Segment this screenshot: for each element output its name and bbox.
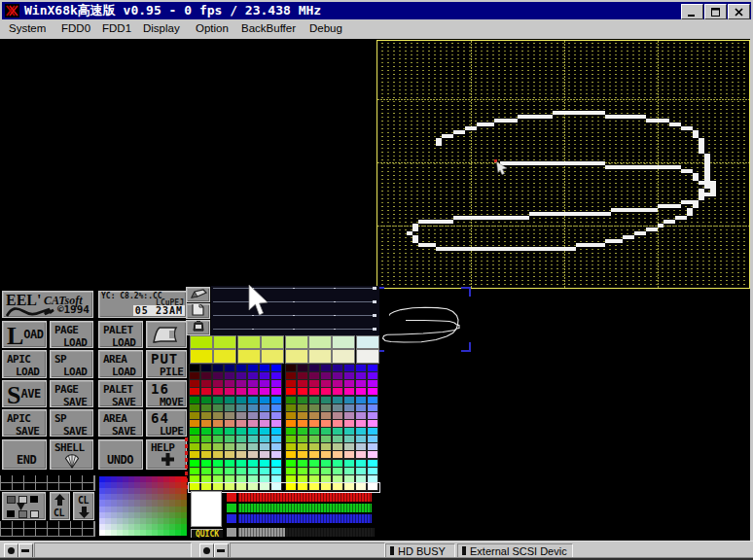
palette-color[interactable]	[298, 404, 307, 411]
palette-color[interactable]	[356, 460, 366, 467]
palette-color[interactable]	[260, 388, 269, 395]
pattern-slot[interactable]	[48, 529, 58, 536]
big-swatch[interactable]	[308, 335, 332, 349]
palette-color[interactable]	[248, 428, 258, 435]
palette-color[interactable]	[190, 468, 199, 474]
palette-color[interactable]	[333, 420, 342, 427]
palette-color[interactable]	[309, 460, 319, 467]
tool-page-button[interactable]	[186, 303, 210, 319]
pattern-select-button[interactable]	[2, 492, 46, 520]
palette-color[interactable]	[356, 380, 366, 387]
palette-color[interactable]	[271, 428, 281, 435]
palette-color[interactable]	[236, 388, 246, 395]
pattern-slot[interactable]	[48, 483, 58, 490]
palette-color[interactable]	[225, 460, 234, 467]
pile-flag-button[interactable]	[146, 321, 187, 348]
palette-color[interactable]	[344, 372, 354, 379]
palette-color[interactable]	[271, 451, 281, 458]
tool-pencil-button[interactable]	[186, 287, 210, 302]
palette-color[interactable]	[190, 460, 199, 467]
palette-color[interactable]	[201, 451, 211, 458]
app-icon[interactable]	[5, 4, 19, 18]
palette-color[interactable]	[356, 451, 366, 458]
palette-color[interactable]	[286, 460, 296, 467]
palette-color[interactable]	[333, 380, 342, 387]
palette-color[interactable]	[236, 436, 246, 442]
palette-color[interactable]	[356, 420, 366, 427]
palette-color[interactable]	[368, 404, 377, 411]
big-swatch[interactable]	[237, 349, 261, 364]
fdd1-led-button[interactable]	[199, 543, 214, 558]
palette-color[interactable]	[271, 443, 281, 450]
palette-color[interactable]	[213, 451, 223, 458]
pattern-slot[interactable]	[48, 521, 58, 528]
palette-color[interactable]	[236, 365, 246, 371]
palette-color[interactable]	[298, 460, 307, 467]
palette-color[interactable]	[333, 468, 342, 474]
page-load-button[interactable]: PAGELOAD	[50, 321, 93, 348]
red-slider[interactable]	[227, 493, 375, 503]
palette-color[interactable]	[236, 428, 246, 435]
pattern-slot[interactable]	[36, 483, 47, 490]
gradient-picker[interactable]	[99, 476, 187, 536]
palette-color[interactable]	[368, 468, 377, 474]
palette-color[interactable]	[190, 380, 199, 387]
palette-color[interactable]	[298, 365, 307, 371]
pattern-slot[interactable]	[1, 521, 12, 528]
palette-color[interactable]	[260, 428, 269, 435]
palette-color[interactable]	[236, 380, 246, 387]
level-slider[interactable]	[227, 528, 375, 538]
pattern-slot[interactable]	[83, 483, 93, 490]
palette-color[interactable]	[298, 372, 307, 379]
palette-color[interactable]	[309, 428, 319, 435]
palette-color[interactable]	[260, 397, 269, 403]
palette-color[interactable]	[368, 451, 377, 458]
palette-color[interactable]	[333, 428, 342, 435]
palette-color[interactable]	[298, 443, 307, 450]
pattern-slot[interactable]	[71, 475, 82, 482]
palette-color[interactable]	[321, 404, 331, 411]
palette-color[interactable]	[201, 380, 211, 387]
palette-color[interactable]	[286, 436, 296, 442]
palette-color[interactable]	[333, 451, 342, 458]
palette-color[interactable]	[213, 404, 223, 411]
palette-color[interactable]	[298, 436, 307, 442]
palette-color[interactable]	[225, 380, 234, 387]
palette-color[interactable]	[201, 428, 211, 435]
palette-color[interactable]	[225, 372, 234, 379]
palette-color[interactable]	[286, 388, 296, 395]
palette-color[interactable]	[298, 451, 307, 458]
palette-color[interactable]	[260, 420, 269, 427]
palette-color[interactable]	[344, 388, 354, 395]
palette-color[interactable]	[309, 420, 319, 427]
palette-color[interactable]	[344, 451, 354, 458]
palette-color[interactable]	[286, 397, 296, 403]
fdd1-eject-button[interactable]	[214, 543, 229, 558]
palette-color[interactable]	[298, 468, 307, 474]
fdd0-file-field[interactable]	[34, 542, 192, 558]
palette-color[interactable]	[213, 365, 223, 371]
palette-color[interactable]	[190, 428, 199, 435]
palette-color[interactable]	[225, 420, 234, 427]
blue-slider[interactable]	[227, 514, 375, 524]
palette-color[interactable]	[298, 388, 307, 395]
palette-color[interactable]	[344, 380, 354, 387]
pattern-slot[interactable]	[71, 483, 82, 490]
line-style-option[interactable]	[213, 315, 375, 316]
palette-color[interactable]	[190, 451, 199, 458]
palette-color[interactable]	[190, 365, 199, 371]
palette-color[interactable]	[260, 436, 269, 442]
palette-color[interactable]	[248, 380, 258, 387]
palette-color[interactable]	[201, 365, 211, 371]
palette-color[interactable]	[309, 397, 319, 403]
palette-color[interactable]	[248, 460, 258, 467]
pattern-slot[interactable]	[36, 521, 47, 528]
palette-color[interactable]	[333, 388, 342, 395]
palette-color[interactable]	[356, 443, 366, 450]
palette-color[interactable]	[286, 420, 296, 427]
palette-color[interactable]	[225, 412, 234, 419]
palette-color[interactable]	[333, 460, 342, 467]
big-swatch[interactable]	[237, 335, 261, 349]
palette-color[interactable]	[309, 404, 319, 411]
palette-color[interactable]	[368, 443, 377, 450]
